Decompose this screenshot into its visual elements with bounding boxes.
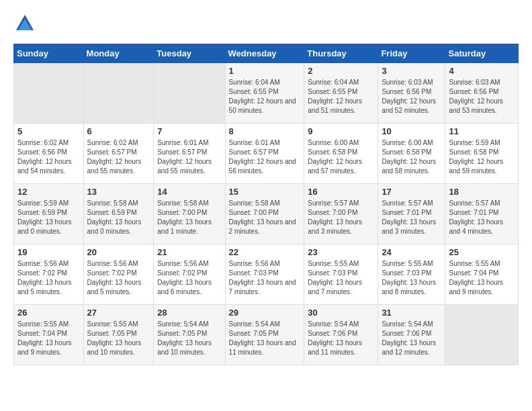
calendar-cell: 21Sunrise: 5:56 AMSunset: 7:02 PMDayligh…	[154, 244, 225, 305]
calendar-cell: 20Sunrise: 5:56 AMSunset: 7:02 PMDayligh…	[83, 244, 154, 305]
day-number: 4	[449, 66, 515, 76]
calendar-cell: 17Sunrise: 5:57 AMSunset: 7:01 PMDayligh…	[378, 184, 445, 244]
calendar-cell: 12Sunrise: 5:59 AMSunset: 6:59 PMDayligh…	[14, 184, 84, 244]
day-number: 19	[17, 247, 80, 257]
day-number: 2	[308, 66, 374, 76]
calendar-cell: 24Sunrise: 5:55 AMSunset: 7:03 PMDayligh…	[378, 244, 445, 305]
calendar-cell: 25Sunrise: 5:55 AMSunset: 7:04 PMDayligh…	[445, 244, 519, 305]
calendar-cell: 31Sunrise: 5:54 AMSunset: 7:06 PMDayligh…	[378, 305, 445, 365]
day-info: Sunrise: 5:56 AMSunset: 7:02 PMDaylight:…	[17, 259, 80, 297]
day-info: Sunrise: 5:56 AMSunset: 7:03 PMDaylight:…	[229, 259, 301, 297]
day-info: Sunrise: 5:58 AMSunset: 7:00 PMDaylight:…	[229, 199, 301, 236]
calendar-cell: 23Sunrise: 5:55 AMSunset: 7:03 PMDayligh…	[304, 244, 378, 305]
header	[13, 13, 519, 37]
weekday-header-sunday: Sunday	[14, 44, 84, 63]
weekday-header-friday: Friday	[378, 44, 445, 63]
calendar-week-row: 1Sunrise: 6:04 AMSunset: 6:55 PMDaylight…	[14, 63, 519, 124]
day-number: 25	[449, 247, 515, 257]
day-number: 3	[382, 66, 441, 76]
day-number: 31	[382, 308, 441, 318]
logo-icon	[15, 13, 35, 34]
weekday-header-wednesday: Wednesday	[225, 44, 304, 63]
day-number: 15	[229, 187, 301, 197]
weekday-header-saturday: Saturday	[445, 44, 519, 63]
day-number: 12	[17, 187, 80, 197]
day-info: Sunrise: 6:01 AMSunset: 6:57 PMDaylight:…	[157, 138, 221, 176]
calendar-cell: 13Sunrise: 5:58 AMSunset: 6:59 PMDayligh…	[83, 184, 154, 244]
day-info: Sunrise: 5:54 AMSunset: 7:05 PMDaylight:…	[229, 320, 301, 357]
calendar-cell: 30Sunrise: 5:54 AMSunset: 7:06 PMDayligh…	[304, 305, 378, 365]
day-number: 28	[157, 308, 221, 318]
calendar-cell: 15Sunrise: 5:58 AMSunset: 7:00 PMDayligh…	[225, 184, 304, 244]
day-info: Sunrise: 6:00 AMSunset: 6:58 PMDaylight:…	[382, 138, 441, 176]
weekday-header-monday: Monday	[83, 44, 154, 63]
calendar-cell: 5Sunrise: 6:02 AMSunset: 6:56 PMDaylight…	[14, 124, 84, 184]
day-info: Sunrise: 5:58 AMSunset: 7:00 PMDaylight:…	[157, 199, 221, 236]
day-number: 18	[449, 187, 515, 197]
day-info: Sunrise: 5:57 AMSunset: 7:00 PMDaylight:…	[308, 199, 374, 236]
calendar-cell: 1Sunrise: 6:04 AMSunset: 6:55 PMDaylight…	[225, 63, 304, 124]
day-info: Sunrise: 6:04 AMSunset: 6:55 PMDaylight:…	[308, 78, 374, 116]
day-number: 1	[229, 66, 301, 76]
calendar-cell: 16Sunrise: 5:57 AMSunset: 7:00 PMDayligh…	[304, 184, 378, 244]
day-number: 24	[382, 247, 441, 257]
day-number: 6	[87, 126, 150, 136]
day-info: Sunrise: 5:56 AMSunset: 7:02 PMDaylight:…	[87, 259, 150, 297]
day-number: 22	[229, 247, 301, 257]
day-number: 27	[87, 308, 150, 318]
calendar-cell: 22Sunrise: 5:56 AMSunset: 7:03 PMDayligh…	[225, 244, 304, 305]
day-info: Sunrise: 6:04 AMSunset: 6:55 PMDaylight:…	[229, 78, 301, 116]
day-info: Sunrise: 5:54 AMSunset: 7:05 PMDaylight:…	[157, 320, 221, 357]
day-number: 30	[308, 308, 374, 318]
day-number: 5	[17, 126, 80, 136]
calendar-cell: 28Sunrise: 5:54 AMSunset: 7:05 PMDayligh…	[154, 305, 225, 365]
day-info: Sunrise: 5:55 AMSunset: 7:03 PMDaylight:…	[308, 259, 374, 297]
day-number: 10	[382, 126, 441, 136]
calendar-cell	[445, 305, 519, 365]
day-number: 21	[157, 247, 221, 257]
calendar-cell: 10Sunrise: 6:00 AMSunset: 6:58 PMDayligh…	[378, 124, 445, 184]
day-info: Sunrise: 5:59 AMSunset: 6:58 PMDaylight:…	[449, 138, 515, 176]
calendar-cell: 27Sunrise: 5:55 AMSunset: 7:05 PMDayligh…	[83, 305, 154, 365]
calendar-cell: 9Sunrise: 6:00 AMSunset: 6:58 PMDaylight…	[304, 124, 378, 184]
calendar-week-row: 12Sunrise: 5:59 AMSunset: 6:59 PMDayligh…	[14, 184, 519, 244]
weekday-header-row: SundayMondayTuesdayWednesdayThursdayFrid…	[14, 44, 519, 63]
day-info: Sunrise: 5:55 AMSunset: 7:05 PMDaylight:…	[87, 320, 150, 357]
day-info: Sunrise: 5:55 AMSunset: 7:03 PMDaylight:…	[382, 259, 441, 297]
calendar-cell	[83, 63, 154, 124]
calendar-cell	[14, 63, 84, 124]
calendar-cell	[154, 63, 225, 124]
logo	[13, 13, 35, 37]
day-number: 7	[157, 126, 221, 136]
day-number: 20	[87, 247, 150, 257]
calendar-cell: 29Sunrise: 5:54 AMSunset: 7:05 PMDayligh…	[225, 305, 304, 365]
weekday-header-tuesday: Tuesday	[154, 44, 225, 63]
day-info: Sunrise: 5:58 AMSunset: 6:59 PMDaylight:…	[87, 199, 150, 236]
day-info: Sunrise: 5:54 AMSunset: 7:06 PMDaylight:…	[308, 320, 374, 357]
day-info: Sunrise: 5:54 AMSunset: 7:06 PMDaylight:…	[382, 320, 441, 357]
day-info: Sunrise: 5:56 AMSunset: 7:02 PMDaylight:…	[157, 259, 221, 297]
day-info: Sunrise: 6:03 AMSunset: 6:56 PMDaylight:…	[449, 78, 515, 116]
calendar-cell: 19Sunrise: 5:56 AMSunset: 7:02 PMDayligh…	[14, 244, 84, 305]
calendar-cell: 4Sunrise: 6:03 AMSunset: 6:56 PMDaylight…	[445, 63, 519, 124]
day-number: 9	[308, 126, 374, 136]
day-number: 14	[157, 187, 221, 197]
calendar-cell: 18Sunrise: 5:57 AMSunset: 7:01 PMDayligh…	[445, 184, 519, 244]
calendar-table: SundayMondayTuesdayWednesdayThursdayFrid…	[13, 44, 519, 365]
day-number: 11	[449, 126, 515, 136]
day-number: 26	[17, 308, 80, 318]
calendar-cell: 2Sunrise: 6:04 AMSunset: 6:55 PMDaylight…	[304, 63, 378, 124]
day-number: 17	[382, 187, 441, 197]
day-info: Sunrise: 6:00 AMSunset: 6:58 PMDaylight:…	[308, 138, 374, 176]
calendar-cell: 6Sunrise: 6:02 AMSunset: 6:57 PMDaylight…	[83, 124, 154, 184]
calendar-week-row: 19Sunrise: 5:56 AMSunset: 7:02 PMDayligh…	[14, 244, 519, 305]
day-info: Sunrise: 6:03 AMSunset: 6:56 PMDaylight:…	[382, 78, 441, 116]
day-info: Sunrise: 5:59 AMSunset: 6:59 PMDaylight:…	[17, 199, 80, 236]
day-info: Sunrise: 6:01 AMSunset: 6:57 PMDaylight:…	[229, 138, 301, 176]
day-info: Sunrise: 6:02 AMSunset: 6:57 PMDaylight:…	[87, 138, 150, 176]
day-number: 29	[229, 308, 301, 318]
calendar-cell: 3Sunrise: 6:03 AMSunset: 6:56 PMDaylight…	[378, 63, 445, 124]
day-number: 13	[87, 187, 150, 197]
calendar-cell: 8Sunrise: 6:01 AMSunset: 6:57 PMDaylight…	[225, 124, 304, 184]
day-number: 23	[308, 247, 374, 257]
